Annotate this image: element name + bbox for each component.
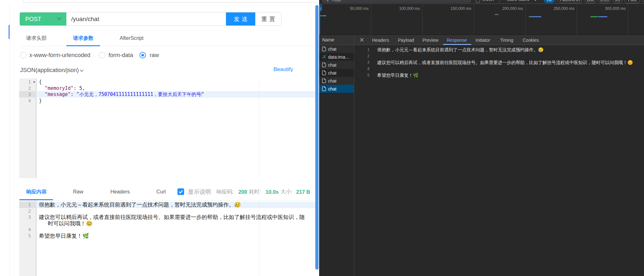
line-number: 4 xyxy=(19,98,31,104)
line-number: 3 xyxy=(354,59,370,66)
radio-urlencoded[interactable] xyxy=(20,52,26,58)
network-row-selected[interactable]: chat xyxy=(319,85,354,93)
invert-checkbox[interactable] xyxy=(476,0,480,3)
time-value: 10.0s xyxy=(266,188,279,195)
response-line: 时可以问我哦！😊 xyxy=(48,221,93,227)
chevron-down-icon xyxy=(80,69,84,72)
tab-response[interactable]: Response xyxy=(447,35,467,45)
tab-afterscript[interactable]: AfterScript xyxy=(120,33,144,44)
grid-line xyxy=(525,4,526,35)
content-type-label: JSON(application/json) xyxy=(20,67,79,74)
tab-request-params[interactable]: 请求参数 xyxy=(73,33,94,44)
scrollbar-thumb[interactable] xyxy=(315,5,318,270)
document-icon xyxy=(322,47,326,51)
url-input[interactable]: /yuan/chat xyxy=(66,12,226,25)
send-button[interactable]: 发送 xyxy=(226,12,255,25)
reset-button[interactable]: 重置 xyxy=(255,12,281,25)
grid-line xyxy=(577,4,577,35)
method-select[interactable]: POST xyxy=(20,12,66,25)
time-label: 250,000 ms xyxy=(546,6,574,11)
line-number: 1 xyxy=(19,202,31,208)
chevron-down-icon xyxy=(57,17,62,20)
dropdown-arrow-icon xyxy=(534,0,537,1)
status-code-value: 200 xyxy=(238,188,247,195)
tab-cookies[interactable]: Cookies xyxy=(523,35,539,45)
filter-input[interactable]: Filter xyxy=(322,0,471,3)
waterfall-bar-grey xyxy=(495,14,498,15)
radio-raw-dot xyxy=(141,54,144,56)
code-line-3: "message": "小元元，7507041111111111111，要挂大后… xyxy=(39,91,204,98)
tab-response-content[interactable]: 响应内容 xyxy=(26,186,47,197)
size-value: 217 B xyxy=(296,188,310,195)
script-icon: 𝒦 xyxy=(322,54,326,59)
network-row[interactable]: chat xyxy=(319,45,354,53)
json-editor[interactable]: 1 ▼ 2 3 4 { "memoryId": 5, "message": "小… xyxy=(19,78,315,178)
time-label: 50,000 ms xyxy=(340,6,369,11)
request-bar: POST /yuan/chat 发送 重置 xyxy=(19,12,281,26)
time-label: 200,000 ms xyxy=(494,6,523,11)
line-number: 2 xyxy=(354,53,370,59)
network-row[interactable]: chat xyxy=(319,77,354,85)
toolbar-divider xyxy=(556,0,556,3)
request-name: chat xyxy=(328,47,336,52)
request-name: chat xyxy=(328,86,336,91)
response-editor[interactable]: 1 2 3 4 5 很抱歉，小元元～看起来系统目前遇到了一点技术问题，暂时无法完… xyxy=(19,200,315,276)
radio-formdata[interactable] xyxy=(99,52,105,58)
content-type-select[interactable]: JSON(application/json) xyxy=(20,67,84,74)
filter-chip-js[interactable]: JS xyxy=(612,0,622,3)
toolbar-divider xyxy=(499,0,500,3)
timeline-window-handle[interactable] xyxy=(319,4,322,11)
tab-response-curl[interactable]: Curl xyxy=(156,186,166,197)
grid-line xyxy=(371,4,371,35)
active-tab-underline xyxy=(66,45,100,46)
response-line: 很抱歉，小元元～看起来系统目前遇到了一点技术问题，暂时无法完成预约操作。😥 xyxy=(377,47,543,53)
document-icon xyxy=(322,78,326,83)
network-row[interactable]: chat xyxy=(319,61,354,69)
fold-arrow-icon[interactable]: ▼ xyxy=(33,79,36,86)
show-description-checkbox[interactable] xyxy=(177,188,184,195)
network-overview-timeline[interactable]: 50,000 ms 100,000 ms 150,000 ms 200,000 … xyxy=(319,4,644,35)
tab-initiator[interactable]: Initiator xyxy=(476,35,490,45)
funnel-icon xyxy=(326,0,330,2)
filter-chip-font[interactable]: Font xyxy=(624,0,640,3)
tab-response-headers[interactable]: Headers xyxy=(110,186,130,197)
radio-urlencoded-label: x-www-form-urlencoded xyxy=(29,52,90,59)
network-row[interactable]: 𝒦 data:ima… xyxy=(319,53,354,61)
tab-headers[interactable]: Headers xyxy=(372,35,389,45)
check-icon xyxy=(177,188,184,195)
column-header-name[interactable]: Name xyxy=(322,35,334,45)
grid-line xyxy=(474,4,474,35)
tab-response-raw[interactable]: Raw xyxy=(73,186,83,197)
filter-placeholder: Filter xyxy=(332,0,341,3)
tab-timing[interactable]: Timing xyxy=(500,35,513,45)
line-number: 5 xyxy=(354,72,370,78)
code-line-2: "memoryId": 5, xyxy=(39,85,85,92)
waterfall-bar-green xyxy=(590,16,598,17)
line-number: 4 xyxy=(354,66,370,72)
line-number: 5 xyxy=(19,233,31,239)
filter-chip-fetchxhr[interactable]: Fetch/XHR xyxy=(558,0,582,3)
line-number: 3 xyxy=(19,214,31,221)
response-line: 建议您可以稍后再试，或者直接前往医院现场挂号。如果需要进一步的帮助，比如了解挂号… xyxy=(39,214,305,221)
time-label: 150,000 ms xyxy=(443,6,471,11)
filter-chip-img[interactable]: Im xyxy=(642,0,644,3)
close-icon[interactable] xyxy=(360,38,364,42)
timeline-window-edge xyxy=(319,11,320,34)
more-filters-button[interactable]: More filters xyxy=(507,0,529,2)
filter-chip-doc[interactable]: Doc xyxy=(585,0,596,3)
beautify-button[interactable]: Beautify xyxy=(273,66,293,73)
size-label: 大小: xyxy=(281,188,293,195)
network-row[interactable]: chat xyxy=(319,69,354,77)
line-number: 3 xyxy=(19,91,31,98)
filter-chip-all[interactable]: All xyxy=(544,0,555,3)
tab-payload[interactable]: Payload xyxy=(398,35,414,45)
filter-chip-css[interactable]: CSS xyxy=(598,0,610,3)
show-description-label: 显示说明 xyxy=(188,188,211,195)
devtools-pane: Filter Invert More filters All Fetch/XHR… xyxy=(319,0,644,276)
tab-request-headers[interactable]: 请求头部 xyxy=(26,33,47,44)
tab-preview[interactable]: Preview xyxy=(423,35,438,45)
request-name: chat xyxy=(328,70,336,76)
code-line-4: } xyxy=(39,98,42,104)
top-card-border xyxy=(23,0,318,3)
time-label: 耗时: xyxy=(249,188,261,195)
